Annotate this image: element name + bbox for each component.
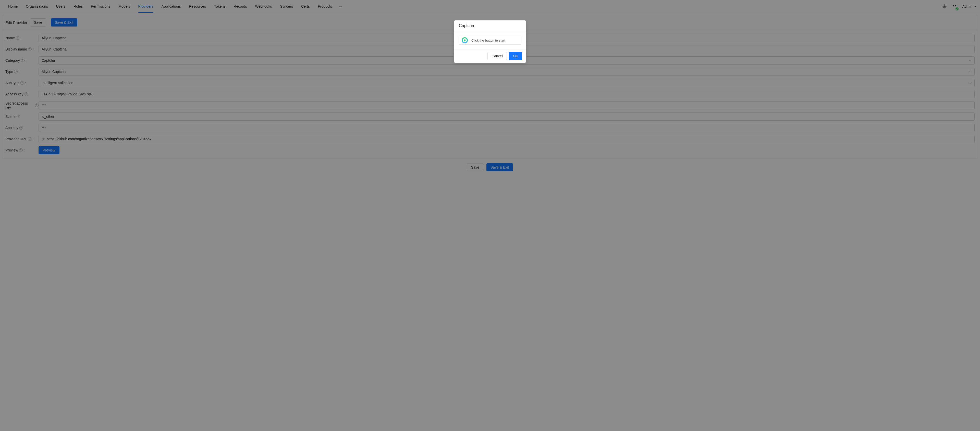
captcha-start-button[interactable]: Click the button to start bbox=[459, 36, 521, 44]
cancel-button[interactable]: Cancel bbox=[487, 52, 507, 60]
captcha-modal: Captcha Click the button to start Cancel… bbox=[454, 21, 526, 63]
modal-mask[interactable]: Captcha Click the button to start Cancel… bbox=[0, 0, 980, 179]
ok-button[interactable]: OK bbox=[509, 52, 522, 60]
button-label: Cancel bbox=[492, 54, 503, 58]
button-label: OK bbox=[513, 54, 518, 58]
modal-body: Click the button to start bbox=[454, 32, 526, 49]
modal-footer: Cancel OK bbox=[454, 49, 526, 63]
modal-title: Captcha bbox=[454, 21, 526, 32]
shield-spinner-icon bbox=[462, 37, 468, 43]
captcha-prompt: Click the button to start bbox=[471, 38, 505, 42]
